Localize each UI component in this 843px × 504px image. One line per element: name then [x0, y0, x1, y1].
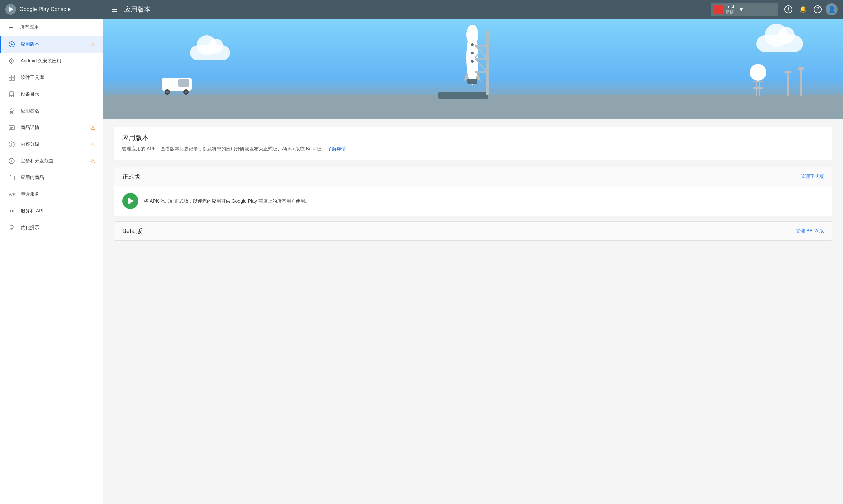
- svg-rect-34: [486, 31, 489, 95]
- info-button[interactable]: i: [782, 3, 795, 16]
- hero-ground: [103, 95, 843, 119]
- content-rating-label: 内容分级: [21, 141, 85, 147]
- svg-point-31: [471, 43, 473, 46]
- sidebar-item-app-releases[interactable]: 应用版本 ⚠: [0, 36, 103, 53]
- services-api-icon: [8, 207, 15, 215]
- sidebar-item-store-listing[interactable]: 商品详情 ⚠: [0, 119, 103, 136]
- street-light-2: [796, 66, 806, 97]
- svg-rect-7: [10, 92, 14, 97]
- van: [160, 75, 193, 96]
- store-tools-icon: [8, 74, 15, 81]
- help-icon: ?: [814, 5, 822, 13]
- svg-point-25: [10, 225, 13, 229]
- svg-rect-5: [9, 78, 11, 80]
- app-selector[interactable]: Test 草稿 ▼: [711, 3, 778, 16]
- dropdown-arrow-icon: ▼: [738, 6, 744, 13]
- back-arrow-icon: ←: [8, 23, 15, 31]
- content-area: 应用版本 管理应用的 APK、查看版本历史记录，以及将您的应用分阶段发布为正式版…: [103, 119, 843, 254]
- cloud-1: [190, 45, 230, 60]
- logo-area: Google Play Console: [5, 4, 71, 15]
- device-catalog-icon: [8, 91, 15, 98]
- production-description: 将 APK 添加到正式版，以便您的应用可供 Google Play 商店上的所有…: [144, 197, 310, 205]
- content-rating-warning-icon: ⚠: [90, 141, 95, 148]
- main-content: 应用版本 管理应用的 APK、查看版本历史记录，以及将您的应用分阶段发布为正式版…: [103, 19, 843, 504]
- manage-production-link[interactable]: 管理正式版: [801, 174, 824, 180]
- svg-point-32: [471, 52, 473, 54]
- svg-rect-3: [9, 75, 11, 77]
- android-instant-label: Android 免安装应用: [21, 58, 95, 64]
- svg-rect-50: [753, 81, 763, 82]
- street-light-1: [783, 69, 793, 97]
- optimization-icon: [8, 224, 15, 231]
- beta-title: Beta 版: [122, 227, 142, 235]
- sidebar-item-content-rating[interactable]: ! 内容分级 ⚠: [0, 136, 103, 153]
- svg-point-46: [185, 91, 187, 93]
- in-app-products-label: 应用内商品: [21, 175, 95, 181]
- avatar-button[interactable]: 👤: [826, 3, 838, 15]
- avatar-icon: 👤: [828, 6, 835, 13]
- svg-rect-52: [787, 72, 789, 96]
- production-section-header: 正式版 管理正式版: [114, 167, 832, 186]
- svg-point-24: [11, 210, 13, 212]
- back-label: 所有应用: [20, 24, 39, 30]
- header-icons: i 🔔 ? 👤: [782, 3, 838, 16]
- store-tools-label: 软件工具库: [21, 75, 95, 81]
- svg-rect-51: [753, 87, 763, 89]
- beta-section: Beta 版 管理 BETA 版: [114, 221, 832, 241]
- services-api-label: 服务和 API: [21, 208, 95, 214]
- svg-point-47: [750, 64, 766, 81]
- header-center: ☰ 应用版本 Test 草稿 ▼: [109, 3, 778, 16]
- production-release-body: 将 APK 添加到正式版，以便您的应用可供 Google Play 商店上的所有…: [114, 186, 832, 216]
- sidebar-item-pricing[interactable]: 定价和分发范围 ⚠: [0, 153, 103, 169]
- manage-beta-link[interactable]: 管理 BETA 版: [796, 228, 824, 234]
- sidebar-item-app-signing[interactable]: 应用签名: [0, 103, 103, 119]
- help-button[interactable]: ?: [811, 3, 824, 16]
- app-signing-label: 应用签名: [21, 108, 95, 114]
- info-icon: i: [784, 5, 792, 13]
- production-section: 正式版 管理正式版 将 APK 添加到正式版，以便您的应用可供 Google P…: [114, 167, 832, 216]
- sidebar-item-device-catalog[interactable]: 设备目录: [0, 86, 103, 103]
- app-name: Test: [725, 4, 734, 9]
- svg-point-9: [11, 96, 12, 97]
- page-info-card: 应用版本 管理应用的 APK、查看版本历史记录，以及将您的应用分阶段发布为正式版…: [114, 127, 832, 160]
- google-play-logo-icon: [5, 4, 16, 15]
- app-releases-label: 应用版本: [21, 41, 85, 47]
- svg-point-33: [471, 60, 473, 63]
- svg-rect-54: [800, 69, 802, 96]
- svg-rect-42: [178, 79, 189, 87]
- device-catalog-label: 设备目录: [21, 91, 95, 97]
- sidebar-item-optimization[interactable]: 优化提示: [0, 219, 103, 236]
- store-listing-icon: [8, 124, 15, 131]
- beta-section-header: Beta 版 管理 BETA 版: [114, 222, 832, 240]
- sidebar-item-services-api[interactable]: 服务和 API: [0, 203, 103, 219]
- svg-rect-53: [784, 71, 791, 73]
- header-left: Google Play Console: [5, 4, 109, 15]
- svg-rect-55: [797, 67, 804, 70]
- production-title: 正式版: [122, 173, 140, 181]
- app-selector-text: Test 草稿: [725, 4, 734, 15]
- pricing-warning-icon: ⚠: [90, 158, 95, 164]
- hamburger-button[interactable]: ☰: [109, 3, 120, 15]
- optimization-label: 优化提示: [21, 225, 95, 231]
- page-title-header: 应用版本: [124, 5, 151, 14]
- sidebar-item-in-app-products[interactable]: 应用内商品: [0, 169, 103, 186]
- svg-text:A: A: [9, 192, 12, 197]
- app-status: 草稿: [725, 9, 734, 15]
- sidebar-item-translation[interactable]: A文 翻译服务: [0, 186, 103, 203]
- sidebar-item-android-instant[interactable]: Android 免安装应用: [0, 53, 103, 69]
- top-header: Google Play Console ☰ 应用版本 Test 草稿 ▼ i 🔔…: [0, 0, 843, 19]
- sidebar-back-button[interactable]: ← 所有应用: [0, 19, 103, 36]
- svg-rect-21: [9, 176, 14, 180]
- store-listing-label: 商品详情: [21, 125, 85, 131]
- android-instant-icon: [8, 57, 15, 65]
- pricing-label: 定价和分发范围: [21, 158, 85, 164]
- notifications-button[interactable]: 🔔: [796, 3, 810, 16]
- sidebar-item-store-tools[interactable]: 软件工具库: [0, 69, 103, 86]
- play-icon-circle: [122, 193, 138, 209]
- main-layout: ← 所有应用 应用版本 ⚠ Android 免安装应用 软件工具库: [0, 19, 843, 504]
- svg-point-44: [166, 91, 169, 93]
- translation-label: 翻译服务: [21, 191, 95, 197]
- learn-more-link[interactable]: 了解详情: [327, 146, 346, 151]
- pricing-icon: [8, 157, 15, 165]
- hero-banner: [103, 19, 843, 119]
